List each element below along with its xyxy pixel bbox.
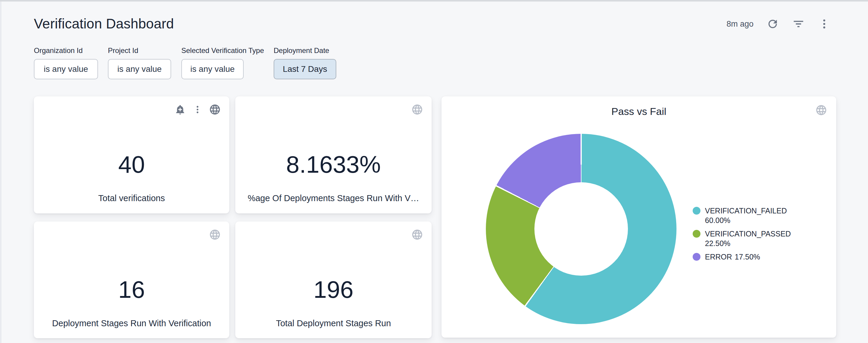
left-edge-strip [0, 0, 1, 343]
bell-plus-icon[interactable] [174, 103, 187, 116]
tile-total-deployment-stages-run: 196 Total Deployment Stages Run [235, 221, 432, 338]
legend-series-name: ERROR [705, 252, 732, 261]
chart-title: Pass vs Fail [441, 106, 836, 117]
filter-label: Deployment Date [274, 46, 329, 55]
filter-value-chip[interactable]: is any value [108, 59, 171, 79]
filter-icon[interactable] [791, 17, 806, 31]
legend-series-pct: 17.50% [735, 252, 760, 261]
last-refresh-time: 8m ago [726, 20, 753, 29]
filter-value-chip-active[interactable]: Last 7 Days [274, 59, 336, 79]
donut-chart[interactable] [486, 134, 677, 324]
globe-icon[interactable] [411, 103, 424, 116]
globe-icon[interactable] [814, 103, 829, 117]
tile-label: Total verifications [34, 193, 229, 204]
dashboard-screen: Verification Dashboard 8m ago Organizati… [0, 0, 868, 343]
tile-value: 16 [34, 277, 229, 302]
page-title: Verification Dashboard [34, 15, 174, 32]
pass-vs-fail-chart-card: Pass vs Fail VERIFICATION_FAILED60.00% V… [441, 96, 836, 338]
filter-label: Selected Verification Type [181, 46, 264, 55]
tile-value: 8.1633% [235, 152, 432, 177]
legend-series-pct: 60.00% [705, 215, 787, 225]
donut-hole [534, 182, 628, 276]
legend-dot [693, 230, 701, 238]
tile-label: Total Deployment Stages Run [235, 318, 432, 329]
legend-item-error[interactable]: ERROR17.50% [693, 252, 791, 262]
tile-value: 196 [235, 277, 432, 302]
more-options-icon[interactable] [817, 17, 831, 31]
tile-value: 40 [34, 152, 229, 177]
filter-value-chip[interactable]: is any value [181, 59, 244, 79]
legend-series-name: VERIFICATION_PASSED [705, 230, 791, 238]
globe-icon[interactable] [208, 103, 221, 116]
filter-label: Organization Id [34, 46, 83, 55]
tile-label: Deployment Stages Run With Verification [34, 318, 229, 329]
refresh-icon[interactable] [766, 17, 780, 31]
legend-item-verification-failed[interactable]: VERIFICATION_FAILED60.00% [693, 206, 791, 225]
tile-stages-run-with-verification: 16 Deployment Stages Run With Verificati… [34, 221, 229, 338]
filter-label: Project Id [108, 46, 138, 55]
tile-kebab-icon[interactable] [191, 103, 204, 116]
tile-label: %age Of Deployments Stages Run With V… [235, 193, 432, 204]
legend-item-verification-passed[interactable]: VERIFICATION_PASSED22.50% [693, 229, 791, 248]
legend-series-pct: 22.50% [705, 239, 791, 248]
globe-icon[interactable] [208, 228, 221, 241]
legend-dot [693, 253, 701, 261]
legend-series-name: VERIFICATION_FAILED [705, 207, 787, 215]
tile-total-verifications: 40 Total verifications [34, 96, 229, 213]
dashboard-toolbar: 8m ago [726, 16, 831, 32]
filter-value-chip[interactable]: is any value [34, 59, 98, 79]
globe-icon[interactable] [411, 228, 424, 241]
legend-dot [693, 207, 701, 215]
tile-pct-stages-with-verification: 8.1633% %age Of Deployments Stages Run W… [235, 96, 432, 213]
chart-legend: VERIFICATION_FAILED60.00% VERIFICATION_P… [693, 206, 791, 262]
top-edge-strip [0, 0, 868, 1]
